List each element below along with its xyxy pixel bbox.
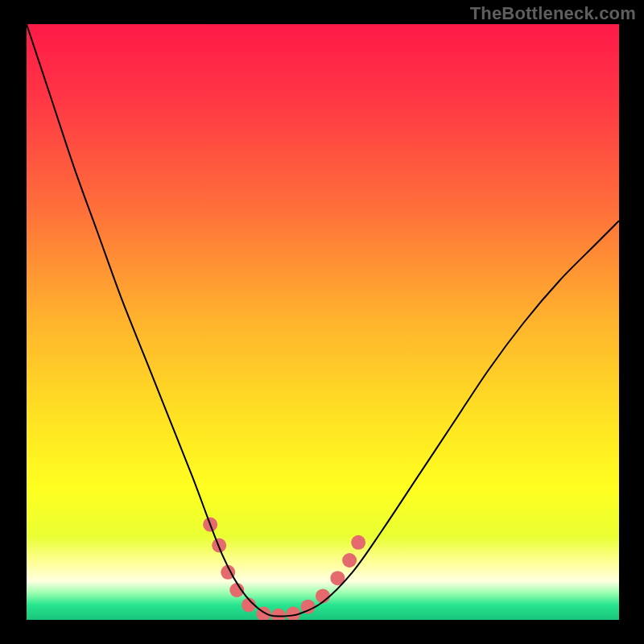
bottleneck-chart	[0, 0, 644, 644]
tolerance-marker	[342, 553, 357, 568]
plot-background	[27, 24, 619, 620]
chart-frame: TheBottleneck.com	[0, 0, 644, 644]
tolerance-marker	[351, 535, 365, 550]
watermark-text: TheBottleneck.com	[470, 3, 636, 24]
